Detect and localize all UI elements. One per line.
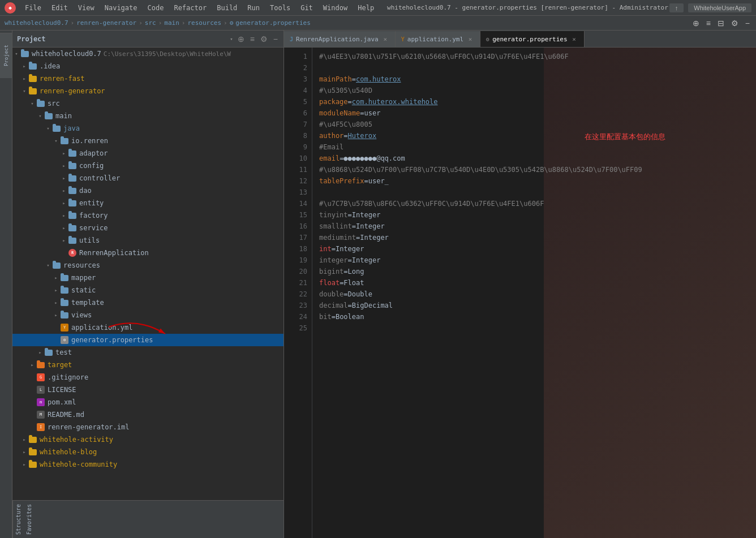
menu-refactor[interactable]: Refactor <box>169 3 211 13</box>
tree-item-gitignore[interactable]: G .gitignore <box>12 371 284 384</box>
tree-item-io-renren[interactable]: io.renren <box>12 135 284 147</box>
tree-item-test[interactable]: test <box>12 346 284 359</box>
tab-application-yml[interactable]: Y application.yml × <box>396 31 480 47</box>
code-editor[interactable]: 12345 678910 1112131415 1617181920 21222… <box>284 48 756 538</box>
tree-item-resources[interactable]: resources <box>12 259 284 272</box>
tree-arrow-src[interactable] <box>28 100 36 107</box>
tree-arrow-template[interactable] <box>52 299 60 307</box>
tree-item-factory[interactable]: factory <box>12 209 284 222</box>
tree-item-mapper[interactable]: mapper <box>12 272 284 284</box>
tree-arrow-whiteholecloud[interactable] <box>12 50 20 58</box>
project-dropdown[interactable]: ▾ <box>230 36 233 42</box>
menu-window[interactable]: Window <box>319 3 352 13</box>
tab-close-gen-props[interactable]: × <box>570 35 578 43</box>
tab-generator-properties[interactable]: ⚙ generator.properties × <box>480 31 584 47</box>
bc-gear-icon[interactable]: ⚙ <box>729 19 740 28</box>
bc-resources[interactable]: resources <box>187 19 221 27</box>
tree-arrow-config[interactable] <box>60 162 68 170</box>
tree-item-controller[interactable]: controller <box>12 172 284 184</box>
tab-close-renren-app[interactable]: × <box>381 35 389 43</box>
tab-renren-application[interactable]: J RenrenApplication.java × <box>284 31 396 47</box>
bc-main[interactable]: main <box>164 19 179 27</box>
tree-arrow-dao[interactable] <box>60 187 68 195</box>
tree-item-whitehole-blog[interactable]: whitehole-blog <box>12 446 284 458</box>
menu-navigate[interactable]: Navigate <box>100 3 142 13</box>
menu-file[interactable]: File <box>20 3 46 13</box>
tree-arrow-test[interactable] <box>36 348 44 356</box>
code-content[interactable]: 在这里配置基本包的信息 #\u4EE3\u7801\u751F\u6210\u5… <box>312 48 756 538</box>
tree-item-whitehole-community[interactable]: whitehole-community <box>12 458 284 471</box>
file-tree-body[interactable]: whiteholecloud0.7 C:\Users\31395\Desktop… <box>12 48 284 500</box>
bc-earth-icon[interactable]: ⊕ <box>691 19 701 28</box>
ft-close-btn[interactable]: − <box>272 35 279 44</box>
tree-item-iml[interactable]: I renren-generator.iml <box>12 421 284 433</box>
bc-collapse-icon[interactable]: ≡ <box>705 19 712 28</box>
tree-arrow-whitehole-activity[interactable] <box>20 436 28 444</box>
tree-arrow-service[interactable] <box>60 224 68 232</box>
favorites-tab[interactable]: Favorites <box>24 501 35 538</box>
tree-item-license[interactable]: L LICENSE <box>12 384 284 396</box>
tree-item-template[interactable]: template <box>12 296 284 309</box>
tree-item-adaptor[interactable]: adaptor <box>12 147 284 160</box>
tree-item-renren-application[interactable]: R RenrenApplication <box>12 247 284 259</box>
tree-item-pom-xml[interactable]: m pom.xml <box>12 396 284 408</box>
tree-arrow-renren-fast[interactable] <box>20 75 28 83</box>
menu-view[interactable]: View <box>74 3 99 13</box>
tree-item-service[interactable]: service <box>12 222 284 234</box>
menu-run[interactable]: Run <box>243 3 264 13</box>
tree-item-java[interactable]: java <box>12 122 284 135</box>
bc-root[interactable]: whiteholecloud0.7 <box>5 19 68 27</box>
tree-arrow-utils[interactable] <box>60 236 68 244</box>
tree-item-config[interactable]: config <box>12 160 284 172</box>
tree-item-whitehole-activity[interactable]: whitehole-activity <box>12 433 284 446</box>
tree-item-utils[interactable]: utils <box>12 234 284 247</box>
tree-arrow-controller[interactable] <box>60 174 68 182</box>
bc-close-icon[interactable]: − <box>744 19 751 28</box>
tree-item-renren-fast[interactable]: renren-fast <box>12 72 284 85</box>
tree-arrow-mapper[interactable] <box>52 274 60 282</box>
tree-item-src[interactable]: src <box>12 97 284 110</box>
tree-item-whiteholecloud[interactable]: whiteholecloud0.7 C:\Users\31395\Desktop… <box>12 48 284 60</box>
menu-git[interactable]: Git <box>296 3 317 13</box>
bc-src[interactable]: src <box>145 19 156 27</box>
tree-item-views[interactable]: views <box>12 309 284 321</box>
tree-arrow-idea[interactable] <box>20 62 28 70</box>
tree-item-dao[interactable]: dao <box>12 184 284 197</box>
ft-options-btn[interactable]: ⚙ <box>259 35 269 44</box>
tree-item-readme[interactable]: M README.md <box>12 408 284 421</box>
tree-arrow-renren-generator[interactable] <box>20 87 28 95</box>
tree-item-entity[interactable]: entity <box>12 197 284 209</box>
tree-arrow-adaptor[interactable] <box>60 149 68 157</box>
menu-code[interactable]: Code <box>143 3 169 13</box>
tree-arrow-whitehole-community[interactable] <box>20 460 28 468</box>
menu-tools[interactable]: Tools <box>265 3 295 13</box>
tree-arrow-target[interactable] <box>28 361 36 369</box>
ft-collapse-btn[interactable]: ≡ <box>249 35 256 44</box>
tree-arrow-resources[interactable] <box>44 261 52 269</box>
bc-layout-icon[interactable]: ⊟ <box>716 19 726 28</box>
tree-item-renren-generator[interactable]: renren-generator <box>12 85 284 97</box>
whitehole-app-button[interactable]: WhiteholeUserApp <box>688 3 751 12</box>
tree-item-application-yml[interactable]: Y application.yml <box>12 321 284 334</box>
tree-arrow-main[interactable] <box>36 112 44 120</box>
menu-help[interactable]: Help <box>353 3 379 13</box>
tree-arrow-entity[interactable] <box>60 199 68 207</box>
tree-arrow-java[interactable] <box>44 124 52 132</box>
ft-locate-btn[interactable]: ⊕ <box>237 35 246 44</box>
tree-item-main[interactable]: main <box>12 110 284 122</box>
tree-arrow-static[interactable] <box>52 286 60 294</box>
menu-edit[interactable]: Edit <box>47 3 72 13</box>
tree-item-static[interactable]: static <box>12 284 284 296</box>
tab-close-app-yml[interactable]: × <box>466 35 474 43</box>
bc-generator[interactable]: renren-generator <box>76 19 136 27</box>
menu-build[interactable]: Build <box>212 3 242 13</box>
tree-arrow-whitehole-blog[interactable] <box>20 448 28 456</box>
tree-arrow-factory[interactable] <box>60 212 68 219</box>
tree-item-target[interactable]: target <box>12 359 284 371</box>
tree-item-idea[interactable]: .idea <box>12 60 284 72</box>
tree-arrow-io-renren[interactable] <box>52 137 60 145</box>
tree-arrow-views[interactable] <box>52 311 60 319</box>
tree-item-generator-properties[interactable]: ⚙ generator.properties <box>12 334 284 346</box>
vcs-button[interactable]: ↑ <box>669 3 684 12</box>
sidebar-tab-project[interactable]: Project <box>0 33 12 78</box>
